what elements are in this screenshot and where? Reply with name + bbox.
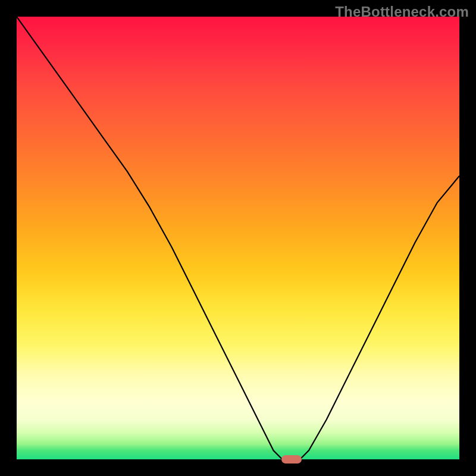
optimum-marker [281,455,302,464]
chart-frame: TheBottleneck.com [0,0,476,476]
bottleneck-curve [17,17,459,459]
plot-area [17,17,459,459]
curve-path [17,17,459,459]
watermark-text: TheBottleneck.com [335,4,469,20]
